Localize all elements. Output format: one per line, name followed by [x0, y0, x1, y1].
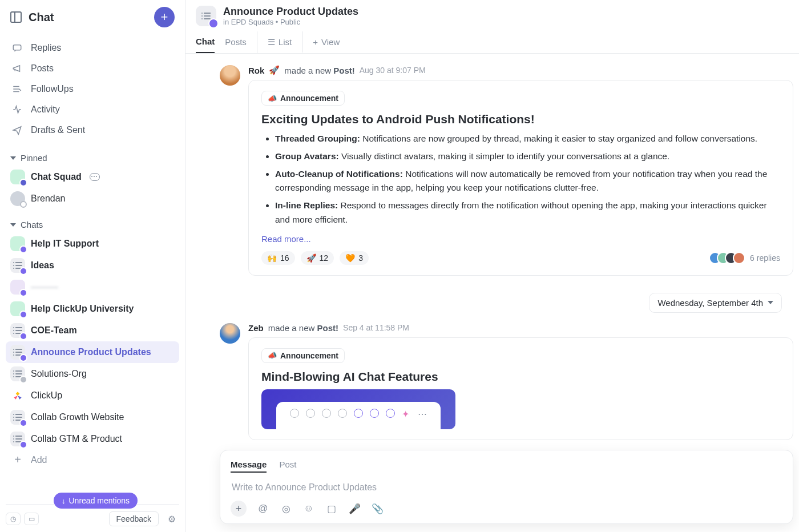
- post-title: Mind-Blowing AI Chat Features: [261, 370, 780, 384]
- chat-clickup[interactable]: ClickUp: [6, 385, 179, 406]
- mention-icon[interactable]: @: [257, 502, 269, 515]
- main-content: Announce Product Updates in EPD Squads •…: [185, 0, 799, 532]
- sparkle-icon: ✦: [402, 409, 411, 418]
- tab-chat[interactable]: Chat: [196, 31, 215, 53]
- sidebar: Chat + Replies Posts FollowUps Activity: [0, 0, 185, 532]
- post-rok: Rok 🚀 made a new Post! Aug 30 at 9:07 PM…: [185, 65, 799, 293]
- chat-coe-team[interactable]: COE-Team: [6, 320, 179, 341]
- toolbar-icon: [370, 409, 379, 418]
- replies-indicator[interactable]: 6 replies: [709, 252, 780, 264]
- post-title: Exciting Updates to Android Push Notific…: [261, 112, 780, 126]
- reaction[interactable]: 🙌16: [261, 251, 295, 265]
- message-composer: Message Post + @ ◎ ☺ ▢ 🎤 📎: [220, 450, 793, 524]
- toolbar-icon: [306, 409, 315, 418]
- channel-title: Announce Product Updates: [223, 6, 358, 18]
- clock-icon[interactable]: ◷: [6, 513, 21, 525]
- toolbar-icon: [322, 409, 331, 418]
- chats-header[interactable]: Chats: [6, 216, 179, 233]
- chat-redacted[interactable]: ———: [6, 276, 179, 298]
- chat-collab-growth[interactable]: Collab Growth Website: [6, 406, 179, 428]
- chevron-down-icon: [768, 301, 773, 304]
- new-chat-button[interactable]: +: [154, 7, 175, 27]
- add-chat[interactable]: +Add: [6, 450, 179, 470]
- message-input[interactable]: [231, 479, 782, 501]
- channel-icon: [196, 6, 216, 26]
- nav-drafts[interactable]: Drafts & Sent: [6, 120, 179, 140]
- video-preview[interactable]: ✦ ⋯: [261, 389, 455, 429]
- mention-person-icon[interactable]: ◎: [280, 502, 292, 515]
- chat-announce-product[interactable]: Announce Product Updates: [6, 341, 179, 363]
- panel-toggle-icon[interactable]: [10, 11, 22, 23]
- reaction[interactable]: 🧡3: [340, 251, 369, 265]
- post-zeb: Zeb made a new Post! Sep 4 at 11:58 PM A…: [185, 323, 799, 450]
- toolbar-icon: [338, 409, 347, 418]
- post-action: made a new Post!: [284, 66, 354, 75]
- feedback-button[interactable]: Feedback: [109, 511, 159, 526]
- author-name[interactable]: Rok: [248, 66, 264, 75]
- date-separator: Wednesday, September 4th: [185, 293, 799, 323]
- pinned-header[interactable]: Pinned: [6, 150, 179, 166]
- tab-list[interactable]: ☰List: [257, 31, 292, 53]
- announcement-badge: Announcement: [261, 348, 345, 363]
- composer-tab-message[interactable]: Message: [231, 457, 267, 473]
- chevron-down-icon: [10, 156, 16, 160]
- tab-add-view[interactable]: +View: [302, 31, 340, 53]
- list-icon: ☰: [268, 37, 275, 47]
- sidebar-header: Chat +: [0, 0, 185, 34]
- reaction[interactable]: 🚀12: [301, 251, 334, 265]
- unread-mentions-pill[interactable]: Unread mentions: [54, 493, 138, 509]
- rocket-icon: 🚀: [269, 65, 280, 75]
- main-header: Announce Product Updates in EPD Squads •…: [185, 0, 799, 54]
- toolbar-icon: [354, 409, 363, 418]
- emoji-icon[interactable]: ☺: [302, 502, 315, 515]
- svg-rect-0: [13, 45, 21, 50]
- send-icon: [11, 124, 23, 136]
- plus-icon: +: [313, 37, 318, 47]
- post-card[interactable]: Announcement Exciting Updates to Android…: [248, 80, 793, 276]
- mic-icon[interactable]: 🎤: [348, 502, 361, 515]
- chat-icon: [10, 170, 25, 184]
- tab-posts[interactable]: Posts: [225, 31, 247, 53]
- chat-collab-gtm[interactable]: Collab GTM & Product: [6, 428, 179, 450]
- toolbar-icon: [386, 409, 395, 418]
- author-name[interactable]: Zeb: [248, 323, 264, 333]
- message-feed: Rok 🚀 made a new Post! Aug 30 at 9:07 PM…: [185, 54, 799, 450]
- date-pill[interactable]: Wednesday, September 4th: [649, 293, 782, 313]
- announcement-badge: Announcement: [261, 91, 345, 106]
- timestamp: Aug 30 at 9:07 PM: [360, 66, 426, 75]
- nav-posts[interactable]: Posts: [6, 58, 179, 79]
- chat-solutions-org[interactable]: Solutions-Org: [6, 363, 179, 385]
- megaphone-icon: [11, 63, 23, 74]
- toolbar-icon: [290, 409, 299, 418]
- video-icon[interactable]: ▢: [325, 502, 338, 515]
- chevron-down-icon: [10, 223, 16, 227]
- read-more-link[interactable]: Read more...: [261, 234, 311, 244]
- timestamp: Sep 4 at 11:58 PM: [343, 323, 409, 332]
- sidebar-title: Chat: [29, 11, 54, 24]
- layout-icon[interactable]: ▭: [24, 513, 39, 525]
- sidebar-nav: Replies Posts FollowUps Activity Drafts …: [0, 34, 185, 144]
- post-bullets: Threaded Grouping: Notifications are now…: [261, 132, 780, 227]
- avatar[interactable]: [220, 323, 240, 344]
- typing-icon: [90, 173, 100, 181]
- more-icon: ⋯: [418, 409, 427, 420]
- nav-activity[interactable]: Activity: [6, 99, 179, 120]
- nav-followups[interactable]: FollowUps: [6, 79, 179, 99]
- composer-tab-post[interactable]: Post: [279, 457, 296, 473]
- post-card[interactable]: Announcement Mind-Blowing AI Chat Featur…: [248, 337, 793, 440]
- attach-button[interactable]: +: [231, 501, 247, 517]
- chat-help-university[interactable]: Help ClickUp University: [6, 298, 179, 320]
- nav-replies[interactable]: Replies: [6, 38, 179, 58]
- attachment-icon[interactable]: 📎: [371, 502, 384, 515]
- channel-subtitle: in EPD Squads • Public: [223, 18, 358, 26]
- post-action: made a new Post!: [268, 323, 338, 333]
- chat-ideas[interactable]: Ideas: [6, 255, 179, 276]
- clickup-logo-icon: [10, 388, 25, 403]
- avatar[interactable]: [220, 65, 240, 86]
- reply-icon: [11, 42, 23, 54]
- pinned-chat-squad[interactable]: Chat Squad: [6, 166, 179, 188]
- chat-help-it[interactable]: Help IT Support: [6, 233, 179, 255]
- followups-icon: [11, 83, 23, 95]
- settings-icon[interactable]: ⚙: [164, 511, 179, 526]
- pinned-brendan[interactable]: Brendan: [6, 188, 179, 209]
